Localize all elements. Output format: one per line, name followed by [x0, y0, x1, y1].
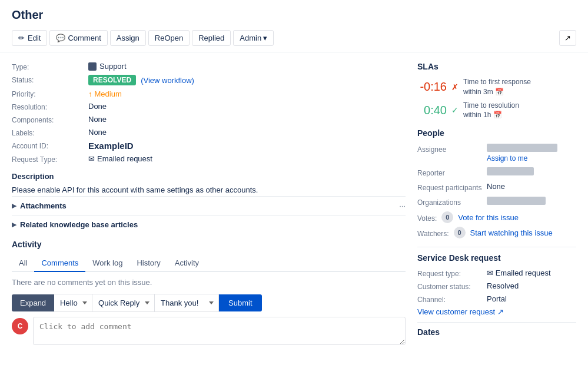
type-label: Type: [12, 62, 82, 71]
assign-button[interactable]: Assign [110, 30, 146, 46]
sd-request-type-row: Request type: ✉ Emailed request [417, 268, 576, 278]
sd-email-icon: ✉ [487, 268, 493, 277]
tab-all[interactable]: All [12, 255, 34, 272]
sla-time-1: -0:16 [417, 80, 447, 94]
support-type-icon [88, 62, 97, 71]
resolution-value: Done [88, 102, 406, 111]
share-icon: ↗ [564, 34, 571, 42]
sla-calendar-icon-2: 📅 [493, 111, 502, 119]
labels-label: Labels: [12, 128, 82, 137]
sd-channel-row: Channel: Portal [417, 294, 576, 304]
email-icon: ✉ [88, 154, 95, 163]
sla-row-1: -0:16 ✗ Time to first responsewithin 3m … [417, 77, 576, 97]
components-value: None [88, 115, 406, 124]
account-id-label: Account ID: [12, 141, 82, 151]
watch-link[interactable]: Start watching this issue [470, 228, 553, 237]
priority-label: Priority: [12, 89, 82, 98]
sla-desc-1: Time to first responsewithin 3m 📅 [463, 77, 531, 97]
request-participants-row: Request participants None [417, 182, 576, 192]
reopen-button[interactable]: ReOpen [148, 30, 190, 46]
watchers-label: Watchers: [417, 228, 449, 238]
right-panel: SLAs -0:16 ✗ Time to first responsewithi… [417, 62, 576, 359]
main-content: Type: Support Status: RESOLVED (View wor… [0, 52, 588, 368]
sd-customer-status-label: Customer status: [417, 281, 482, 291]
sla-calendar-icon-1: 📅 [495, 88, 504, 96]
assignee-label: Assignee [417, 144, 482, 154]
request-type-label: Request Type: [12, 154, 82, 164]
watchers-count: 0 [454, 227, 466, 238]
dates-title: Dates [417, 327, 576, 337]
comment-icon: 💬 [56, 34, 65, 42]
reporter-row: Reporter [417, 167, 576, 177]
sla-title: SLAs [417, 62, 576, 71]
request-type-value: ✉ Emailed request [88, 154, 406, 164]
assignee-value: Assign to me [487, 144, 576, 163]
comment-input[interactable] [33, 317, 406, 345]
admin-button[interactable]: Admin ▾ [233, 30, 274, 46]
expand-button[interactable]: Expand [12, 294, 54, 311]
description-text: Please enable API for this account with … [12, 184, 406, 196]
activity-section: Activity All Comments Work log History A… [12, 240, 406, 345]
sla-indicator-1: ✗ [451, 82, 459, 92]
attachments-more-icon[interactable]: ··· [399, 201, 406, 210]
request-participants-value: None [487, 182, 576, 191]
reply-toolbar: Expand Hello Hi Dear Quick Reply Option … [12, 294, 406, 312]
votes-count: 0 [441, 211, 453, 223]
knowledge-base-section[interactable]: ▶ Related knowledge base articles [12, 215, 406, 234]
view-customer-request-link[interactable]: View customer request ↗ [417, 307, 576, 316]
view-workflow-link[interactable]: (View workflow) [141, 76, 194, 85]
page-title: Other [0, 0, 588, 26]
avatar: C [12, 318, 28, 334]
vote-link[interactable]: Vote for this issue [458, 213, 519, 222]
service-desk-title: Service Desk request [417, 253, 576, 263]
toolbar: ✏ Edit 💬 Comment Assign ReOpen Replied A… [0, 26, 588, 52]
organizations-blurred-bar [487, 197, 546, 205]
reporter-blurred-bar [487, 167, 534, 175]
people-title: People [417, 128, 576, 138]
thankyou-select[interactable]: Thank you! Best regards [155, 294, 219, 312]
request-participants-label: Request participants [417, 182, 482, 192]
tab-history[interactable]: History [129, 255, 167, 272]
share-button[interactable]: ↗ [559, 30, 576, 46]
organizations-label: Organizations [417, 197, 482, 207]
edit-button[interactable]: ✏ Edit [12, 30, 47, 46]
reporter-value [487, 167, 576, 177]
activity-tabs: All Comments Work log History Activity [12, 255, 406, 272]
admin-chevron-icon: ▾ [263, 34, 267, 42]
watchers-row: Watchers: 0 Start watching this issue [417, 227, 576, 238]
sd-customer-status-row: Customer status: Resolved [417, 281, 576, 291]
dates-section: Dates [417, 322, 576, 337]
submit-button[interactable]: Submit [219, 294, 261, 311]
type-value: Support [88, 62, 406, 71]
resolution-label: Resolution: [12, 102, 82, 111]
attachments-chevron-icon: ▶ [12, 202, 16, 210]
assign-to-me-link[interactable]: Assign to me [487, 154, 527, 163]
priority-value: ↑ Medium [88, 89, 406, 98]
sd-channel-label: Channel: [417, 294, 482, 304]
votes-label: Votes: [417, 213, 437, 223]
sd-customer-status-value: Resolved [487, 281, 576, 291]
fields-grid: Type: Support Status: RESOLVED (View wor… [12, 62, 406, 164]
sd-request-type-value: ✉ Emailed request [487, 268, 576, 278]
tab-activity[interactable]: Activity [168, 255, 206, 272]
quick-reply-select[interactable]: Quick Reply Option 2 [92, 294, 155, 312]
people-section: People Assignee Assign to me Reporter Re… [417, 128, 576, 238]
edit-icon: ✏ [18, 34, 25, 42]
no-comments-text: There are no comments yet on this issue. [12, 278, 406, 287]
tab-comments[interactable]: Comments [34, 255, 85, 272]
attachments-section[interactable]: ▶ Attachments ··· [12, 196, 406, 215]
assignee-blurred-bar [487, 144, 557, 152]
labels-value: None [88, 128, 406, 137]
tab-worklog[interactable]: Work log [85, 255, 129, 272]
greeting-select[interactable]: Hello Hi Dear [54, 294, 92, 312]
replied-button[interactable]: Replied [192, 30, 231, 46]
comment-button[interactable]: 💬 Comment [49, 30, 107, 46]
votes-row: Votes: 0 Vote for this issue [417, 211, 576, 223]
left-panel: Type: Support Status: RESOLVED (View wor… [12, 62, 406, 359]
sd-request-type-label: Request type: [417, 268, 482, 278]
account-id-value: ExampleID [88, 141, 406, 151]
organizations-value [487, 197, 576, 207]
reporter-label: Reporter [417, 167, 482, 177]
page-container: Other ✏ Edit 💬 Comment Assign ReOpen Rep… [0, 0, 588, 368]
knowledge-base-chevron-icon: ▶ [12, 221, 16, 228]
